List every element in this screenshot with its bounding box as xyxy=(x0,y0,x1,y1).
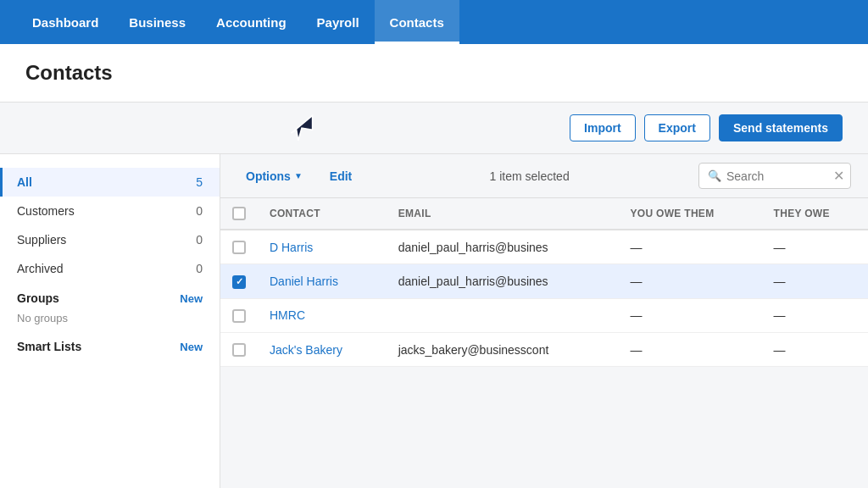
edit-button[interactable]: Edit xyxy=(321,164,360,188)
contact-name-link[interactable]: HMRC xyxy=(270,308,305,322)
sidebar-item-archived[interactable]: Archived 0 xyxy=(0,254,220,283)
groups-new-link[interactable]: New xyxy=(180,292,203,305)
table-row: Jack's Bakeryjacks_bakery@businesscont—— xyxy=(220,332,868,366)
sidebar-all-count: 5 xyxy=(196,175,203,189)
contact-email-cell xyxy=(387,298,619,332)
row-checkbox[interactable] xyxy=(232,241,246,254)
col-contact: Contact xyxy=(258,198,387,230)
select-all-checkbox-header[interactable] xyxy=(220,198,258,230)
sidebar-item-all[interactable]: All 5 xyxy=(0,168,220,197)
nav-item-contacts[interactable]: Contacts xyxy=(375,0,459,44)
search-clear-icon[interactable]: ✕ xyxy=(833,168,844,184)
sidebar-archived-label: Archived xyxy=(17,262,191,275)
sidebar-item-suppliers[interactable]: Suppliers 0 xyxy=(0,225,220,254)
nav-item-dashboard[interactable]: Dashboard xyxy=(17,0,114,44)
sidebar-customers-label: Customers xyxy=(17,204,191,218)
contact-owe-them-cell: — xyxy=(619,264,762,298)
contact-name-link[interactable]: D Harris xyxy=(270,241,313,254)
smart-lists-title: Smart Lists xyxy=(17,340,81,353)
table-header: Contact Email You Owe Them They Owe xyxy=(220,198,868,230)
col-owe-them: You Owe Them xyxy=(619,198,762,230)
col-they-owe: They Owe xyxy=(762,198,868,230)
nav-item-payroll[interactable]: Payroll xyxy=(302,0,375,44)
selected-label: 1 item selected xyxy=(370,169,688,183)
table-row: HMRC—— xyxy=(220,298,868,332)
contacts-tbody: D Harrisdaniel_paul_harris@busines——Dani… xyxy=(220,230,868,367)
sidebar: All 5 Customers 0 Suppliers 0 Archived 0… xyxy=(0,154,220,488)
contact-owe-them-cell: — xyxy=(619,332,762,366)
options-label: Options xyxy=(246,169,291,183)
nav-item-business[interactable]: Business xyxy=(114,0,201,44)
contact-name-cell: Jack's Bakery xyxy=(258,332,387,366)
table-row: Daniel Harrisdaniel_paul_harris@busines—… xyxy=(220,264,868,298)
options-button[interactable]: Options ▼ xyxy=(237,164,311,188)
chevron-down-icon: ▼ xyxy=(294,171,303,180)
search-icon: 🔍 xyxy=(708,169,721,182)
sidebar-item-customers[interactable]: Customers 0 xyxy=(0,197,220,225)
contact-they-owe-cell: — xyxy=(762,264,868,298)
row-checkbox[interactable] xyxy=(232,275,246,289)
row-checkbox-cell[interactable] xyxy=(220,332,258,366)
search-box: 🔍 ✕ xyxy=(698,163,851,189)
contact-email-cell: jacks_bakery@businesscont xyxy=(387,332,619,366)
row-checkbox[interactable] xyxy=(232,309,246,323)
contact-they-owe-cell: — xyxy=(762,298,868,332)
contact-name-link[interactable]: Daniel Harris xyxy=(270,274,338,288)
contact-owe-them-cell: — xyxy=(619,298,762,332)
groups-title: Groups xyxy=(17,291,59,305)
row-checkbox-cell[interactable] xyxy=(220,230,258,264)
no-groups-label: No groups xyxy=(0,308,220,331)
smart-lists-section-header: Smart Lists New xyxy=(0,331,220,357)
contact-owe-them-cell: — xyxy=(619,230,762,264)
sidebar-archived-count: 0 xyxy=(196,262,203,275)
page-title: Contacts xyxy=(25,61,843,85)
contact-they-owe-cell: — xyxy=(762,230,868,264)
page-header: Contacts xyxy=(0,44,868,103)
row-checkbox-cell[interactable] xyxy=(220,264,258,298)
sidebar-suppliers-count: 0 xyxy=(196,233,203,247)
top-nav: Dashboard Business Accounting Payroll Co… xyxy=(0,0,868,44)
sidebar-suppliers-label: Suppliers xyxy=(17,233,191,247)
contact-name-link[interactable]: Jack's Bakery xyxy=(270,343,342,357)
sidebar-all-label: All xyxy=(17,175,191,189)
groups-section-header: Groups New xyxy=(0,283,220,308)
sidebar-customers-count: 0 xyxy=(196,204,203,218)
contact-name-cell: HMRC xyxy=(258,298,387,332)
toolbar: Import Export Send statements xyxy=(0,103,868,154)
smart-lists-new-link[interactable]: New xyxy=(180,341,203,353)
contact-name-cell: Daniel Harris xyxy=(258,264,387,298)
list-header-row: Options ▼ Edit 1 item selected 🔍 ✕ xyxy=(220,154,868,198)
col-email: Email xyxy=(387,198,619,230)
contact-email-cell: daniel_paul_harris@busines xyxy=(387,264,619,298)
table-row: D Harrisdaniel_paul_harris@busines—— xyxy=(220,230,868,264)
contacts-table: Contact Email You Owe Them They Owe D Ha… xyxy=(220,198,868,367)
contact-email-cell: daniel_paul_harris@busines xyxy=(387,230,619,264)
search-input[interactable] xyxy=(726,169,828,183)
nav-item-accounting[interactable]: Accounting xyxy=(201,0,302,44)
row-checkbox-cell[interactable] xyxy=(220,298,258,332)
select-all-checkbox[interactable] xyxy=(232,207,246,220)
contact-name-cell: D Harris xyxy=(258,230,387,264)
content-area: Options ▼ Edit 1 item selected 🔍 ✕ Conta… xyxy=(220,154,868,488)
contact-they-owe-cell: — xyxy=(762,332,868,366)
send-statements-button[interactable]: Send statements xyxy=(719,114,843,141)
import-button[interactable]: Import xyxy=(570,114,636,141)
main-layout: All 5 Customers 0 Suppliers 0 Archived 0… xyxy=(0,154,868,488)
export-button[interactable]: Export xyxy=(644,114,710,141)
row-checkbox[interactable] xyxy=(232,343,246,357)
